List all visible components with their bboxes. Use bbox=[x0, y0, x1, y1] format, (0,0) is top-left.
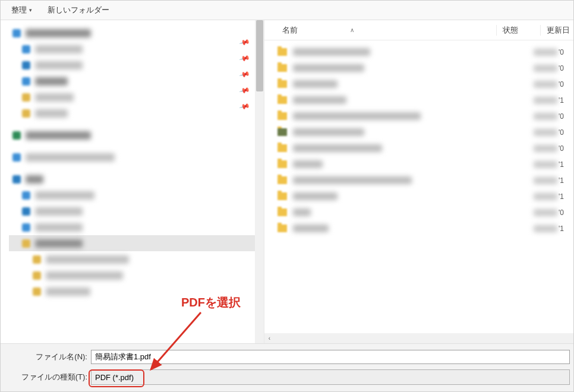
file-name bbox=[293, 112, 421, 120]
file-list-pane: 名前 ∧ 状態 更新日 '0'0'0'1'0'0'0'1'1'1'0'1 ‹ bbox=[264, 20, 573, 343]
file-date bbox=[534, 65, 557, 72]
file-name bbox=[293, 144, 382, 152]
file-row[interactable]: '0 bbox=[277, 76, 573, 92]
file-date bbox=[534, 81, 557, 88]
pin-icon[interactable]: 📌 bbox=[238, 84, 251, 97]
file-row[interactable]: '0 bbox=[277, 44, 573, 60]
file-row[interactable]: '0 bbox=[277, 140, 573, 156]
scroll-left-icon[interactable]: ‹ bbox=[264, 333, 275, 343]
nav-tree[interactable] bbox=[1, 20, 264, 304]
file-row[interactable]: '1 bbox=[277, 92, 573, 108]
folder-icon bbox=[277, 80, 287, 88]
new-folder-label: 新しいフォルダー bbox=[48, 5, 109, 15]
file-date bbox=[534, 97, 557, 104]
file-row[interactable]: '0 bbox=[277, 204, 573, 220]
file-name bbox=[293, 192, 338, 200]
file-date bbox=[534, 209, 557, 216]
folder-icon bbox=[277, 192, 287, 200]
folder-icon bbox=[277, 176, 287, 184]
sidebar-scrollbar[interactable] bbox=[255, 20, 264, 343]
save-dialog: 整理 ▾ 新しいフォルダー bbox=[0, 0, 574, 392]
file-row[interactable]: '1 bbox=[277, 172, 573, 188]
file-name bbox=[293, 128, 364, 136]
nav-item-selected[interactable] bbox=[9, 235, 264, 251]
file-list-hscrollbar[interactable]: ‹ bbox=[264, 333, 573, 343]
pin-column: 📌 📌 📌 📌 📌 bbox=[239, 25, 251, 111]
folder-icon bbox=[277, 144, 287, 152]
folder-icon bbox=[277, 64, 287, 72]
file-date bbox=[534, 129, 557, 136]
file-name bbox=[293, 160, 323, 168]
file-row[interactable]: '0 bbox=[277, 60, 573, 76]
folder-icon bbox=[277, 48, 287, 56]
column-header-date[interactable]: 更新日 bbox=[540, 25, 573, 36]
file-row[interactable]: '0 bbox=[277, 108, 573, 124]
navigation-pane: 📌 📌 📌 📌 📌 bbox=[1, 20, 264, 343]
file-date bbox=[534, 145, 557, 152]
file-row[interactable]: '1 bbox=[277, 156, 573, 172]
dialog-footer: ファイル名(N): ファイルの種類(T): PDF (*.pdf) bbox=[1, 343, 573, 391]
organize-button[interactable]: 整理 ▾ bbox=[5, 2, 38, 18]
file-row[interactable]: '1 bbox=[277, 188, 573, 204]
folder-icon bbox=[277, 96, 287, 104]
sidebar-scrollbar-thumb[interactable] bbox=[256, 20, 263, 91]
file-row[interactable]: '0 bbox=[277, 124, 573, 140]
filetype-label: ファイルの種類(T): bbox=[4, 372, 91, 382]
filetype-combo[interactable]: PDF (*.pdf) bbox=[91, 369, 570, 385]
file-date bbox=[534, 225, 557, 232]
folder-icon bbox=[277, 208, 287, 216]
folder-icon bbox=[277, 160, 287, 168]
file-name bbox=[293, 48, 370, 56]
filename-input[interactable] bbox=[91, 350, 570, 364]
pin-icon[interactable]: 📌 bbox=[238, 52, 251, 65]
folder-icon bbox=[277, 128, 287, 136]
file-date bbox=[534, 177, 557, 184]
file-date bbox=[534, 49, 557, 56]
dialog-toolbar: 整理 ▾ 新しいフォルダー bbox=[1, 1, 573, 20]
folder-icon bbox=[277, 225, 287, 232]
pin-icon[interactable]: 📌 bbox=[238, 68, 251, 81]
new-folder-button[interactable]: 新しいフォルダー bbox=[42, 2, 115, 18]
organize-label: 整理 bbox=[11, 5, 27, 15]
file-name bbox=[293, 64, 364, 72]
folder-icon bbox=[277, 112, 287, 120]
file-date bbox=[534, 193, 557, 200]
sort-asc-icon: ∧ bbox=[350, 27, 354, 33]
file-name bbox=[293, 225, 329, 232]
file-row[interactable]: '1 bbox=[277, 220, 573, 236]
dialog-body: 📌 📌 📌 📌 📌 名前 ∧ 状態 更新日 '0' bbox=[1, 20, 573, 343]
column-header-name[interactable]: 名前 ∧ bbox=[282, 25, 496, 36]
filetype-value: PDF (*.pdf) bbox=[95, 373, 134, 382]
file-name bbox=[293, 80, 338, 88]
file-name bbox=[293, 96, 346, 104]
filename-label: ファイル名(N): bbox=[4, 352, 91, 362]
file-date bbox=[534, 161, 557, 168]
column-header-state[interactable]: 状態 bbox=[496, 25, 540, 36]
file-name bbox=[293, 176, 412, 184]
file-date bbox=[534, 113, 557, 120]
file-list-header: 名前 ∧ 状態 更新日 bbox=[264, 20, 573, 40]
file-name bbox=[293, 208, 311, 216]
file-list[interactable]: '0'0'0'1'0'0'0'1'1'1'0'1 bbox=[264, 40, 573, 333]
pin-icon[interactable]: 📌 bbox=[238, 36, 251, 49]
chevron-down-icon: ▾ bbox=[29, 7, 32, 13]
pin-icon[interactable]: 📌 bbox=[238, 100, 251, 113]
